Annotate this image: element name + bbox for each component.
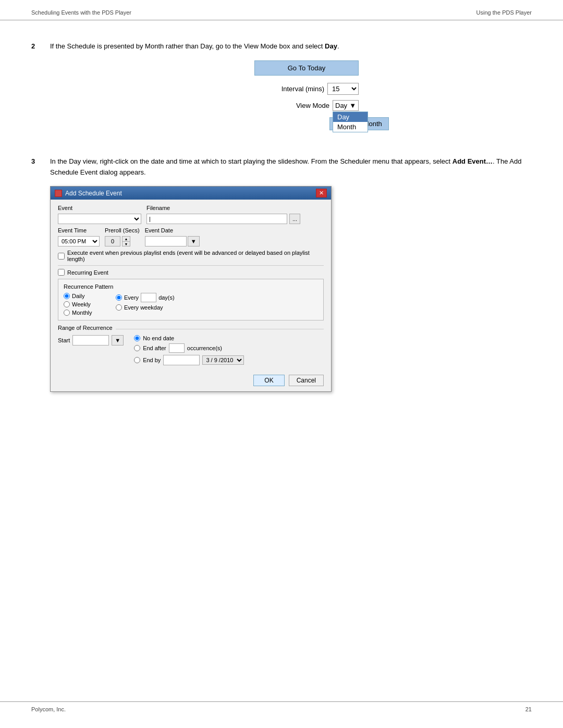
range-body: Start 3 / 9 /2010 ▼ No end date [58,335,324,365]
header-left: Scheduling Events with the PDS Player [31,9,131,16]
dialog-footer: OK Cancel [51,371,331,391]
preroll-spinner[interactable]: ▲ ▼ [122,236,130,246]
viewmode-value: Day [335,102,347,109]
preroll-input[interactable] [105,236,120,246]
recurrence-left: Daily Weekly Monthly [64,293,105,316]
end-after-option: End after 1 occurrence(s) [134,343,244,353]
viewmode-option-month[interactable]: Month [333,122,368,132]
every-input[interactable]: 1 [141,293,156,302]
time-preroll-date-row: Event Time 05:00 PM Preroll (Secs) [58,227,324,246]
monthly-radio[interactable] [64,310,70,316]
range-title: Range of Recurrence [58,325,113,331]
interval-row: Interval (mins) 15 [262,83,359,95]
end-by-label: End by [143,357,161,363]
viewmode-ui: Go To Today Interval (mins) 15 View Mode [50,60,532,130]
range-section: Range of Recurrence Start 3 / 9 /2010 ▼ [58,325,324,365]
recurrence-pattern-section: Recurrence Pattern Daily Weekly [58,279,324,320]
start-date-input[interactable]: 3 / 9 /2010 [72,335,109,346]
step-3: 3 In the Day view, right-click on the da… [31,156,532,392]
every-label: Every [124,294,139,301]
step-2-text: If the Schedule is presented by Month ra… [50,41,532,52]
recurrence-right: Every 1 day(s) Every weekday [116,293,175,311]
monthly-option: Monthly [64,310,105,316]
daily-option: Daily [64,293,105,299]
range-right: No end date End after 1 occurrence(s) [134,335,244,365]
dialog-close-button[interactable]: ✕ [316,189,327,198]
event-col: Event [58,205,141,224]
no-end-radio[interactable] [134,335,140,341]
go-to-today-button[interactable]: Go To Today [254,60,359,76]
footer-left: Polycom, Inc. [31,706,66,712]
execute-checkbox-row: Execute event when previous playlist end… [58,250,324,262]
browse-button[interactable]: ... [289,214,300,224]
recurring-checkbox[interactable] [58,269,65,276]
no-end-label: No end date [143,335,174,341]
viewmode-dropdown: Day Month [333,112,368,132]
end-by-dropdown[interactable]: 3 / 9 /2010 [202,355,244,365]
interval-select[interactable]: 15 [327,83,359,95]
daily-label: Daily [72,293,84,299]
viewmode-select-area[interactable]: Day ▼ Day Month [333,100,359,111]
viewmode-label: View Mode [267,102,329,109]
recurrence-body: Daily Weekly Monthly [64,293,318,316]
dialog-titlebar: Add Schedule Event ✕ [51,187,331,200]
ok-button[interactable]: OK [253,375,284,386]
dialog-body: Event Filename ... [51,200,331,371]
event-date-label: Event Date [145,227,200,233]
step-3-body: In the Day view, right-click on the date… [50,156,532,392]
add-schedule-event-dialog: Add Schedule Event ✕ Event [50,186,332,392]
filename-input[interactable] [146,214,287,224]
event-date-dropdown[interactable]: ▼ [188,236,200,246]
recurring-label: Recurring Event [67,269,108,276]
viewmode-arrow: ▼ [349,102,356,109]
preroll-label: Preroll (Secs) [105,227,140,233]
recurrence-pattern-title: Recurrence Pattern [64,283,318,290]
viewmode-option-day[interactable]: Day [333,112,368,122]
every-radio[interactable] [116,294,122,301]
header-right: Using the PDS Player [476,9,532,16]
spinner-down[interactable]: ▼ [123,242,130,246]
dialog-title-text: Add Schedule Event [65,190,122,197]
page-footer: Polycom, Inc. 21 [0,701,563,712]
main-content: 2 If the Schedule is presented by Month … [0,20,563,434]
step-3-number: 3 [31,156,42,392]
weekly-radio[interactable] [64,301,70,307]
daily-radio[interactable] [64,293,70,299]
step-2: 2 If the Schedule is presented by Month … [31,41,532,135]
no-end-option: No end date [134,335,244,341]
event-time-select[interactable]: 05:00 PM [58,236,100,246]
step-3-text: In the Day view, right-click on the date… [50,156,532,178]
monthly-label: Monthly [72,310,92,316]
execute-label: Execute event when previous playlist end… [67,250,324,262]
execute-checkbox[interactable] [58,253,65,260]
viewmode-row: View Mode Day ▼ Day Month [267,100,359,111]
page-header: Scheduling Events with the PDS Player Us… [0,0,563,20]
filename-row: ... [146,214,324,224]
occurrences-label: occurrence(s) [187,345,222,351]
event-select[interactable] [58,214,141,224]
preroll-group: ▲ ▼ [105,236,140,246]
dialog-icon [55,190,62,197]
event-date-input[interactable]: 3 / 9 /2010 [145,236,187,246]
spinner-up[interactable]: ▲ [123,237,130,242]
weekly-option: Weekly [64,301,105,307]
end-after-radio[interactable] [134,345,140,351]
start-label: Start [58,337,70,343]
weekly-label: Weekly [72,301,91,307]
end-by-input[interactable]: 3 / 9 /2010 [163,355,200,365]
every-weekday-radio[interactable] [116,304,122,311]
start-date-dropdown[interactable]: ▼ [112,335,124,346]
every-row: Every 1 day(s) [116,293,175,302]
end-after-label: End after [143,345,166,351]
event-label: Event [58,205,141,211]
event-filename-row: Event Filename ... [58,205,324,224]
every-weekday-label: Every weekday [124,304,163,311]
filename-label: Filename [146,205,324,211]
end-by-radio[interactable] [134,357,140,363]
step-2-body: If the Schedule is presented by Month ra… [50,41,532,135]
event-date-col: Event Date 3 / 9 /2010 ▼ [145,227,200,246]
every-weekday-row: Every weekday [116,304,175,311]
occurrences-input[interactable]: 1 [169,343,185,353]
step-2-number: 2 [31,41,42,135]
cancel-button[interactable]: Cancel [289,375,324,386]
